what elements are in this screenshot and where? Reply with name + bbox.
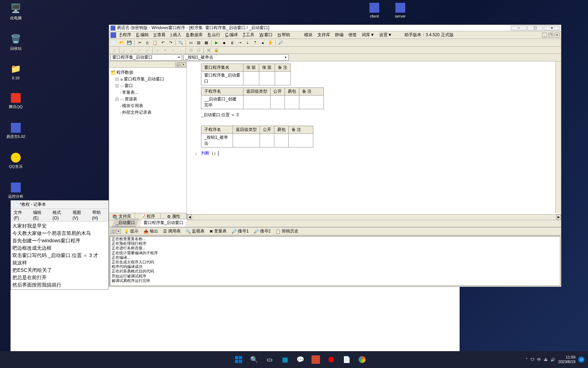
mdi-minimize-icon[interactable]: _ (542, 33, 547, 38)
menu-module[interactable]: 模块 (303, 32, 314, 38)
align-center-icon[interactable]: ⫠ (128, 47, 135, 53)
code-tab-1[interactable]: 窗口程序集_启动窗口 (140, 219, 188, 227)
maximize-button[interactable]: ☐ (527, 26, 543, 31)
tree-item-1[interactable]: + ▭ 窗口 (111, 83, 185, 89)
cut-icon[interactable]: ✂ (136, 40, 143, 46)
find-icon[interactable]: 🔍 (177, 40, 184, 46)
desktop-icon-recycle[interactable]: 🗑️ 回收站 (4, 33, 28, 51)
bottom-tab-2[interactable]: ☰调用表 (161, 228, 183, 235)
bottom-tab-3[interactable]: 🔍监视表 (183, 228, 207, 235)
pause-icon[interactable]: ⏸ (228, 40, 235, 46)
widgets-icon[interactable]: ▦ (278, 353, 292, 367)
stop-icon[interactable]: ■ (221, 40, 228, 46)
notification-badge[interactable]: 10 (578, 356, 584, 363)
search-icon[interactable]: 🔍 (247, 353, 261, 367)
minimize-button[interactable]: ─ (511, 26, 527, 31)
grid-icon[interactable]: ▦ (205, 47, 212, 53)
align-icon[interactable]: ▯ (111, 47, 118, 53)
menu-settings[interactable]: 设置▼ (378, 32, 393, 38)
output-text[interactable]: 正在检查重复名称... 正在预处理现行程序 正在进行名称连接... 正在统计需要… (110, 236, 560, 286)
taskview-icon[interactable]: ▭ (262, 353, 276, 367)
desktop-icon-folder-818[interactable]: 📁 8.18 (4, 63, 28, 80)
size-w-icon[interactable]: ↔ (169, 47, 176, 53)
taskbar-app-elang[interactable] (309, 353, 323, 367)
close-button[interactable]: ✕ (544, 26, 560, 31)
lock-icon[interactable]: 🔒 (213, 47, 220, 53)
layout3-icon[interactable]: ▦ (203, 40, 210, 46)
paste-icon[interactable]: 📋 (152, 40, 159, 46)
notepad-menu-view[interactable]: 视图(V) (71, 210, 87, 221)
plus-icon[interactable]: + (115, 78, 119, 81)
tree-root[interactable]: 🗂️ 程序数据 (111, 69, 185, 76)
layout2-icon[interactable]: ▥ (195, 40, 202, 46)
center-h-icon[interactable]: ⊟ (187, 47, 194, 53)
mdi-close-icon[interactable]: ✕ (555, 33, 560, 38)
step-out-icon[interactable]: ⇡ (252, 40, 259, 46)
code-editor[interactable]: 窗口程序集名 保 留 保 留 备 注 窗口程序集_启动窗口 子程序名 返回值类型… (187, 61, 561, 220)
code-statement-2[interactable]: ↓ 判断 （） (191, 150, 557, 157)
desktop-icon-qq[interactable]: 腾讯QQ (4, 93, 28, 110)
volume-icon[interactable]: 🔊 (550, 357, 555, 362)
layout1-icon[interactable]: ▭ (187, 40, 194, 46)
notepad-menu-format[interactable]: 格式(O) (51, 210, 68, 221)
start-button[interactable] (232, 353, 246, 367)
panel-dock-icon[interactable]: ◫ (175, 62, 180, 67)
new-icon[interactable]: 📄 (111, 40, 118, 46)
vertical-scrollbar[interactable] (555, 61, 561, 213)
step-into-icon[interactable]: ⇣ (244, 40, 251, 46)
breakpoint-icon[interactable]: ● (259, 40, 266, 46)
desktop-icon-qqmusic[interactable]: QQ音乐 (4, 153, 28, 169)
table-row[interactable]: 窗口程序集_启动窗口 (201, 72, 291, 85)
ime-indicator[interactable]: 中 (537, 357, 541, 362)
tree-item-4[interactable]: ▫ 模块引用表 (111, 103, 185, 109)
menu-help[interactable]: H.帮助 (276, 32, 292, 38)
menu-edit[interactable]: E.编辑 (135, 32, 150, 38)
taskbar-date[interactable]: 2023/8/19 (558, 360, 575, 364)
bottom-tab-0[interactable]: 💡提示 (122, 228, 141, 235)
dist-v-icon[interactable]: ⫩ (162, 47, 169, 53)
notepad-titlebar[interactable]: 📄 *教程 - 记事本 (11, 201, 108, 209)
taskbar-app-chrome[interactable] (355, 353, 369, 367)
copy-icon[interactable]: ⎘ (144, 40, 151, 46)
align-right-icon[interactable]: ⫟ (136, 47, 143, 53)
replace-icon[interactable]: 🔎 (277, 40, 284, 46)
panel2-close-icon[interactable]: ✕ (116, 229, 121, 234)
menu-sticky[interactable]: 便签 (347, 32, 358, 38)
undo-icon[interactable]: ↶ (159, 40, 166, 46)
save-icon[interactable]: 💾 (126, 40, 133, 46)
menu-database[interactable]: B.数据库 (185, 32, 204, 38)
desktop-icon-client[interactable]: client (362, 3, 387, 18)
size-h-icon[interactable]: ↕ (177, 47, 184, 53)
panel2-dock-icon[interactable]: ◫ (111, 229, 115, 234)
tree-item-3[interactable]: + ▭ 资源表 (111, 96, 185, 103)
combo-programset[interactable]: 窗口程序集_启动窗口 ▼ (111, 54, 182, 61)
panel-close-icon[interactable]: ✕ (181, 62, 186, 67)
bottom-tab-5[interactable]: 🔎搜寻1 (229, 228, 251, 235)
notepad-menu-edit[interactable]: 编辑(E) (32, 210, 48, 221)
menu-window[interactable]: W.窗口 (258, 32, 274, 38)
hand-icon[interactable]: ✋ (267, 40, 274, 46)
bottom-tab-4[interactable]: ✖变量表 (207, 228, 229, 235)
code-tab-0[interactable]: _启动窗口 (112, 219, 139, 227)
redo-icon[interactable]: ↷ (167, 40, 174, 46)
tray-security-icon[interactable]: 🛡 (530, 357, 534, 362)
menu-support[interactable]: 支持库 (316, 32, 332, 38)
desktop-icon-elang[interactable]: 易语言5.92 (4, 123, 28, 139)
combo-subroutine[interactable]: _按钮1_被单击 ▼ (183, 54, 289, 61)
taskbar-app-record[interactable] (324, 353, 338, 367)
chat-icon[interactable]: 💬 (293, 353, 307, 367)
scroll-left-icon[interactable]: ◀ (187, 215, 192, 219)
menu-view[interactable]: V.查看 (152, 32, 167, 38)
menu-run[interactable]: R.运行 (206, 32, 222, 38)
plus-icon[interactable]: + (115, 98, 119, 101)
taskbar-time[interactable]: 11:59 (558, 355, 575, 360)
open-icon[interactable]: 📂 (118, 40, 125, 46)
mdi-restore-icon[interactable]: ❐ (548, 33, 553, 38)
table-row[interactable]: _按钮1_被单击 (201, 134, 313, 147)
bottom-tab-7[interactable]: 📋剪辑历史 (273, 228, 301, 235)
horizontal-scrollbar[interactable]: ◀ ▶ (187, 214, 561, 220)
step-over-icon[interactable]: ⇢ (236, 40, 243, 46)
menu-compile[interactable]: C.编译 (224, 32, 239, 38)
align-top-icon[interactable]: ⫧ (144, 47, 151, 53)
taskbar-app-notepad[interactable]: 📄 (340, 353, 354, 367)
